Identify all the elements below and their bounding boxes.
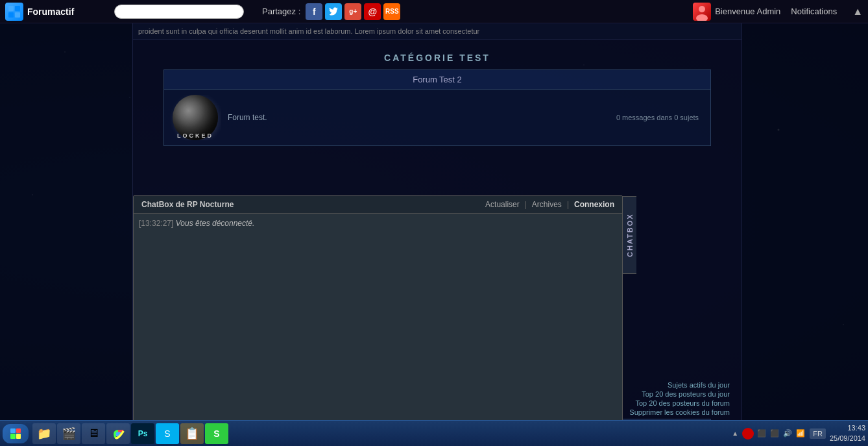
chatbox-overlay: ChatBox de RP Nocturne Actualiser | Arch… (133, 195, 623, 420)
chatbox-header: ChatBox de RP Nocturne Actualiser | Arch… (134, 196, 622, 214)
taskbar-app-folder[interactable]: 📁 (32, 423, 56, 444)
taskbar-date-display: 25/09/2014 (830, 434, 865, 443)
footer-link-1[interactable]: Sujets actifs du jour (629, 381, 730, 389)
chatbox-actions: Actualiser | Archives | Connexion (485, 200, 614, 209)
taskbar-clock: 13:43 25/09/2014 (830, 423, 865, 443)
forum-stats-1: 0 messages dans 0 sujets (616, 114, 705, 121)
windows-icon (10, 428, 21, 439)
svg-rect-0 (8, 6, 14, 11)
footer-link-3[interactable]: Top 20 des posteurs du forum (629, 399, 730, 407)
forum-icon-area: LOCKED (169, 95, 221, 140)
tray-icon-network[interactable]: 📶 (795, 428, 806, 439)
tray-expand-icon[interactable]: ▲ (732, 430, 738, 437)
taskbar-app-s[interactable]: S (205, 423, 228, 444)
forum-info: Forum test. (228, 113, 616, 122)
logo-area: Forumactif (5, 3, 109, 21)
social-icons: f g+ @ RSS (306, 3, 400, 20)
tray-icon-1 (742, 428, 754, 440)
email-icon[interactable]: @ (364, 3, 381, 20)
partager-label: Partagez : (262, 6, 300, 16)
svg-rect-2 (8, 12, 14, 18)
taskbar-app-photoshop[interactable]: Ps (131, 423, 154, 444)
search-input[interactable] (114, 5, 244, 19)
taskbar-app-chrome[interactable] (106, 423, 130, 444)
chatbox-body: [13:32:27] Vous êtes déconnecté. (134, 214, 622, 420)
chatbox-connexion-link[interactable]: Connexion (574, 200, 614, 209)
taskbar-right: ▲ ⬛ ⬛ 🔊 📶 FR 13:43 25/09/2014 (732, 423, 865, 443)
chatbox-actualiser-link[interactable]: Actualiser (485, 200, 520, 209)
top-text-area: proident sunt in culpa qui officia deser… (133, 23, 741, 40)
notifications-button[interactable]: Notifications (791, 6, 837, 16)
tray-icon-volume[interactable]: 🔊 (782, 428, 793, 439)
category-header: CATÉGORIE TEST (133, 40, 741, 69)
svg-rect-3 (15, 12, 20, 18)
taskbar-apps: 📁 🎬 🖥 Ps S 📋 S (32, 423, 228, 444)
tray-icon-3: ⬛ (769, 428, 780, 439)
chat-text-content: Vous êtes déconnecté. (176, 219, 255, 228)
footer-link-2[interactable]: Top 20 des posteurs du jour (629, 390, 730, 398)
tray-icons: ⬛ ⬛ 🔊 📶 (742, 428, 806, 440)
left-sidebar (0, 23, 133, 420)
right-sidebar (741, 23, 868, 420)
svg-rect-1 (15, 6, 20, 11)
language-badge: FR (810, 428, 826, 439)
footer-link-4[interactable]: Supprimer les cookies du forum (629, 408, 730, 416)
chat-timestamp: [13:32:27] (139, 219, 173, 228)
forum-box-1: Forum Test 2 LOCKED Forum test. 0 messag… (163, 69, 711, 146)
locked-label: LOCKED (169, 132, 221, 139)
admin-greeting: Bienvenue Admin (715, 6, 780, 16)
facebook-icon[interactable]: f (306, 3, 322, 20)
chatbox-tab-vertical[interactable]: CHATBOX (622, 196, 636, 274)
chatbox-archives-link[interactable]: Archives (532, 200, 562, 209)
taskbar-app-skype[interactable]: S (156, 423, 179, 444)
admin-area: Bienvenue Admin (693, 3, 780, 21)
forum-box-1-body: LOCKED Forum test. 0 messages dans 0 suj… (164, 90, 710, 145)
googleplus-icon[interactable]: g+ (344, 3, 361, 20)
taskbar-time-display: 13:43 (830, 423, 865, 433)
taskbar-app-media[interactable]: 🎬 (57, 423, 80, 444)
logo-text: Forumactif (27, 6, 74, 17)
center-content: proident sunt in culpa qui officia deser… (133, 23, 741, 420)
rss-icon[interactable]: RSS (383, 3, 400, 20)
admin-avatar (693, 3, 711, 21)
twitter-icon[interactable] (325, 3, 342, 20)
tray-icon-2: ⬛ (756, 428, 767, 439)
start-button[interactable] (3, 424, 29, 443)
taskbar-app-folder2[interactable]: 📋 (180, 423, 204, 444)
upload-icon[interactable]: ▲ (852, 6, 863, 18)
main-content: proident sunt in culpa qui officia deser… (0, 23, 868, 420)
taskbar-app-monitor[interactable]: 🖥 (82, 423, 105, 444)
chatbox-title: ChatBox de RP Nocturne (141, 200, 234, 209)
svg-point-5 (696, 14, 708, 21)
forum-box-1-header[interactable]: Forum Test 2 (164, 70, 710, 90)
taskbar: 📁 🎬 🖥 Ps S 📋 S ▲ ⬛ ⬛ 🔊 📶 FR 13:43 25/0 (0, 420, 868, 446)
top-right: Bienvenue Admin Notifications ▲ (693, 3, 863, 21)
logo-icon (5, 3, 23, 21)
chat-message: [13:32:27] Vous êtes déconnecté. (139, 219, 617, 228)
footer-links: Sujets actifs du jour Top 20 des posteur… (624, 378, 735, 420)
svg-point-4 (699, 6, 705, 12)
top-bar: Forumactif Partagez : f g+ @ RSS Bienven… (0, 0, 868, 23)
